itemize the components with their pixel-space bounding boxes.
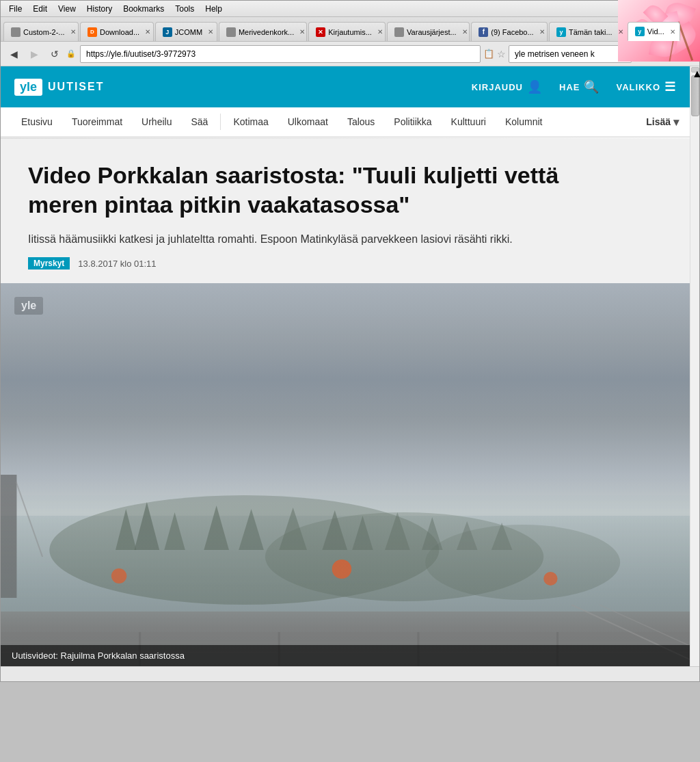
- article-tag[interactable]: Myrskyt: [28, 257, 70, 270]
- nav-talous[interactable]: Talous: [338, 107, 384, 137]
- nav-more-button[interactable]: Lisää ▾: [646, 116, 679, 129]
- back-button[interactable]: ◀: [5, 46, 23, 62]
- scroll-up-arrow[interactable]: ▲: [691, 67, 699, 73]
- login-label: KIRJAUDU: [472, 82, 523, 92]
- tab-label-meri: Merivedenkork...: [239, 28, 294, 36]
- nav-kulttuuri[interactable]: Kulttuuri: [442, 107, 496, 137]
- yle-site-name: UUTISET: [48, 81, 104, 93]
- nav-tuoreimmat[interactable]: Tuoreimmat: [62, 107, 132, 137]
- tab-favicon-kirjautu: ✕: [316, 27, 325, 37]
- tab-close-custom[interactable]: ✕: [70, 28, 76, 36]
- yle-badge: yle: [14, 79, 42, 96]
- tab-meri[interactable]: Merivedenkork... ✕: [219, 22, 307, 41]
- nav-kolumnit[interactable]: Kolumnit: [496, 107, 552, 137]
- search-header-icon: 🔍: [584, 79, 600, 94]
- tab-kirjautu[interactable]: ✕ Kirjautumis... ✕: [308, 22, 386, 41]
- tab-label-varaus: Varausjärjest...: [407, 28, 457, 36]
- reload-button[interactable]: ↺: [46, 46, 64, 62]
- addon-icon2: 🔵: [663, 49, 673, 59]
- tab-download[interactable]: D Download... ✕: [80, 22, 154, 41]
- scroll-thumb[interactable]: [691, 75, 699, 116]
- menu-bookmarks[interactable]: Bookmarks: [118, 1, 170, 16]
- menu-help[interactable]: Help: [200, 1, 228, 16]
- login-button[interactable]: KIRJAUDU 👤: [472, 79, 543, 94]
- video-frame: yle: [1, 283, 690, 666]
- search-button[interactable]: HAE 🔍: [559, 79, 600, 94]
- bookmark-icon[interactable]: ☆: [497, 49, 506, 60]
- hamburger-icon: ☰: [664, 79, 676, 94]
- nav-politiikka[interactable]: Politiikka: [384, 107, 441, 137]
- article-lead: Iitissä häämusiikki katkesi ja juhlatelt…: [28, 231, 561, 248]
- tab-taman[interactable]: y Tämän taki... ✕: [549, 22, 626, 41]
- article-date: 13.8.2017 klo 01:11: [78, 259, 156, 269]
- nav-divider: [220, 114, 221, 130]
- tab-close-download[interactable]: ✕: [145, 28, 150, 36]
- addon-icon3: ⬇: [676, 49, 683, 59]
- address-input[interactable]: [80, 45, 481, 63]
- tab-label-kirjautu: Kirjautumis...: [328, 28, 372, 36]
- tab-label-download: Download...: [100, 28, 139, 36]
- person-icon: 👤: [527, 79, 543, 94]
- tab-video[interactable]: y Vid... ✕: [628, 22, 680, 41]
- reader-icon[interactable]: 📋: [483, 49, 494, 59]
- tab-close-kirjautu[interactable]: ✕: [377, 28, 383, 36]
- tab-favicon-taman: y: [556, 27, 566, 37]
- tab-close-taman[interactable]: ✕: [618, 28, 623, 36]
- search-icon-addr: 🔍: [634, 49, 645, 59]
- article-title: Video Porkkalan saaristosta: "Tuuli kulj…: [28, 161, 561, 219]
- tab-close-varaus[interactable]: ✕: [462, 28, 468, 36]
- tab-close-facebook[interactable]: ✕: [539, 28, 545, 36]
- tab-favicon-download: D: [88, 27, 97, 37]
- tab-label-jcomm: JCOMM: [175, 28, 202, 36]
- nav-saa[interactable]: Sää: [181, 107, 217, 137]
- tab-facebook[interactable]: f (9) Facebo... ✕: [471, 22, 548, 41]
- address-bar: ◀ ▶ ↺ 🔒 📋 ☆ 🔍 🔴 🔵 ⬇ ☰: [1, 42, 699, 66]
- yle-header: yle UUTISET KIRJAUDU 👤 HAE 🔍 VALIKKO ☰: [1, 66, 690, 107]
- content-wrapper: yle UUTISET KIRJAUDU 👤 HAE 🔍 VALIKKO ☰: [1, 66, 699, 666]
- tab-favicon-facebook: f: [479, 27, 488, 37]
- tab-favicon-video: y: [635, 27, 645, 36]
- tab-custom[interactable]: Custom-2-... ✕: [3, 22, 79, 41]
- menu-tools[interactable]: Tools: [170, 1, 200, 16]
- tab-close-video[interactable]: ✕: [670, 28, 675, 36]
- menu-history[interactable]: History: [81, 1, 118, 16]
- nav-kotimaa[interactable]: Kotimaa: [224, 107, 278, 137]
- tab-varaus[interactable]: Varausjärjest... ✕: [387, 22, 470, 41]
- menu-view[interactable]: View: [53, 1, 81, 16]
- menu-icon[interactable]: ☰: [686, 47, 695, 60]
- addon-icon1: 🔴: [650, 49, 660, 59]
- article-header: Video Porkkalan saaristosta: "Tuuli kulj…: [1, 139, 589, 283]
- new-tab-button[interactable]: +: [682, 25, 697, 41]
- nav-urheilu[interactable]: Urheilu: [132, 107, 181, 137]
- tab-label-taman: Tämän taki...: [569, 28, 612, 36]
- nav-etusivu[interactable]: Etusivu: [12, 107, 62, 137]
- forward-button[interactable]: ▶: [25, 46, 43, 62]
- scrollbar-track[interactable]: ▲: [690, 66, 699, 666]
- tab-jcomm[interactable]: J JCOMM ✕: [155, 22, 217, 41]
- search-input[interactable]: [509, 45, 632, 63]
- yle-header-right: KIRJAUDU 👤 HAE 🔍 VALIKKO ☰: [472, 79, 676, 94]
- menu-label: VALIKKO: [616, 82, 660, 92]
- tab-bar: Custom-2-... ✕ D Download... ✕ J JCOMM ✕…: [1, 17, 699, 42]
- secure-icon: 🔒: [66, 49, 76, 58]
- nav-more-label: Lisää: [646, 116, 671, 127]
- tab-label-video: Vid...: [647, 27, 664, 36]
- tab-favicon-jcomm: J: [163, 27, 172, 37]
- menu-edit[interactable]: Edit: [27, 1, 53, 16]
- main-content: yle UUTISET KIRJAUDU 👤 HAE 🔍 VALIKKO ☰: [1, 66, 699, 666]
- yle-navigation: Etusivu Tuoreimmat Urheilu Sää Kotimaa U…: [1, 107, 690, 137]
- tab-favicon-custom: [11, 27, 21, 37]
- search-label: HAE: [559, 82, 580, 92]
- nav-ulkomaat[interactable]: Ulkomaat: [278, 107, 338, 137]
- video-container[interactable]: yle: [1, 283, 690, 666]
- tab-close-meri[interactable]: ✕: [299, 28, 305, 36]
- tab-favicon-meri: [226, 27, 236, 37]
- caption-text: Uutisvideot: Rajuilma Porkkalan saaristo…: [12, 651, 185, 661]
- yle-logo[interactable]: yle UUTISET: [14, 79, 104, 96]
- menu-file[interactable]: File: [3, 1, 27, 16]
- article-meta: Myrskyt 13.8.2017 klo 01:11: [28, 257, 561, 270]
- menu-bar: File Edit View History Bookmarks Tools H…: [1, 1, 699, 17]
- tab-close-jcomm[interactable]: ✕: [208, 28, 213, 36]
- menu-button[interactable]: VALIKKO ☰: [616, 79, 676, 94]
- tab-label-custom: Custom-2-...: [23, 28, 65, 36]
